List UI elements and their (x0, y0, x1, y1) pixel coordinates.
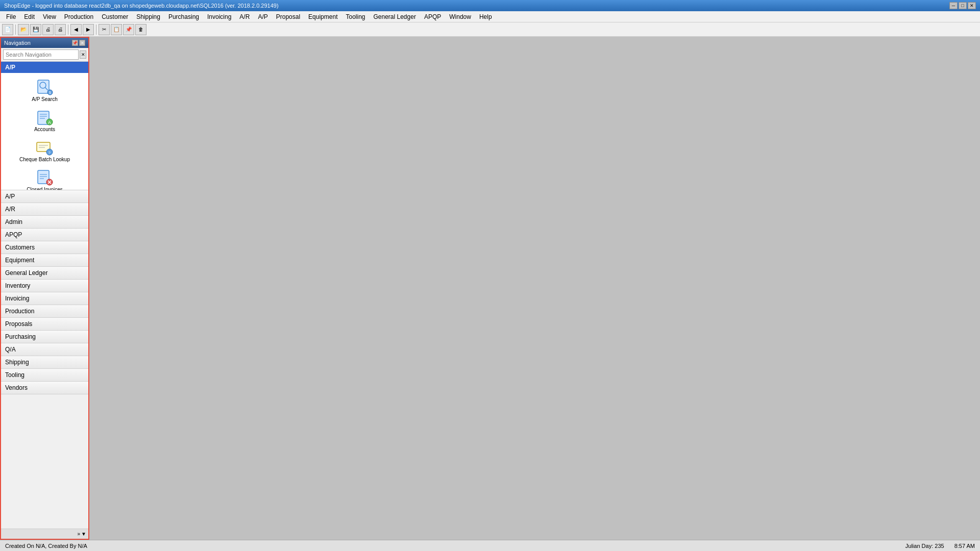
minimize-button[interactable]: ─ (949, 2, 958, 9)
toolbar-new[interactable]: 📄 (2, 24, 13, 35)
status-julian-day: Julian Day: 235 (905, 543, 944, 549)
sidebar-item-purchasing[interactable]: Purchasing (1, 331, 88, 343)
menu-bar: File Edit View Production Customer Shipp… (0, 11, 980, 22)
sidebar-item-shipping[interactable]: Shipping (1, 356, 88, 369)
nav-icon-accounts-label: Accounts (34, 127, 55, 132)
ap-section-header[interactable]: A/P (1, 62, 88, 73)
title-bar-controls: ─ □ ✕ (949, 2, 976, 9)
menu-view[interactable]: View (39, 12, 60, 21)
menu-purchasing[interactable]: Purchasing (164, 12, 203, 21)
menu-customer[interactable]: Customer (97, 12, 132, 21)
sidebar-item-tooling[interactable]: Tooling (1, 369, 88, 382)
toolbar-print[interactable]: 🖨 (42, 24, 54, 35)
nav-close-button[interactable]: ✕ (79, 40, 85, 46)
toolbar-sep-1 (15, 24, 16, 35)
accounts-icon: A (36, 108, 54, 127)
nav-panel-title: Navigation (4, 40, 31, 46)
sidebar-item-ap[interactable]: A/P (1, 190, 88, 203)
nav-panel-header: Navigation 📌 ✕ (1, 38, 88, 48)
maximize-button[interactable]: □ (959, 2, 967, 9)
search-clear-button[interactable]: ✕ (80, 51, 86, 59)
status-time: 8:57 AM (954, 543, 975, 549)
toolbar-forward[interactable]: ▶ (83, 24, 94, 35)
status-right: Julian Day: 235 8:57 AM (905, 543, 975, 549)
ap-search-icon: $ (36, 78, 54, 96)
sidebar-item-equipment[interactable]: Equipment (1, 254, 88, 267)
toolbar-sep-3 (96, 24, 96, 35)
title-bar-left: ShopEdge - logged into database react2db… (4, 3, 279, 9)
nav-icon-cheque-label: Cheque Batch Lookup (19, 157, 70, 162)
sidebar-item-ar[interactable]: A/R (1, 203, 88, 216)
sidebar-item-general-ledger[interactable]: General Ledger (1, 267, 88, 280)
menu-window[interactable]: Window (445, 12, 475, 21)
svg-text:?: ? (48, 151, 51, 155)
menu-file[interactable]: File (2, 12, 20, 21)
toolbar-print2[interactable]: 🖨 (55, 24, 66, 35)
nav-icon-cheque[interactable]: ? Cheque Batch Lookup (1, 135, 88, 165)
main-content (89, 37, 980, 540)
sidebar-item-qa[interactable]: Q/A (1, 343, 88, 356)
nav-header-controls: 📌 ✕ (72, 40, 85, 46)
menu-proposal[interactable]: Proposal (272, 12, 304, 21)
menu-tooling[interactable]: Tooling (341, 12, 369, 21)
nav-icon-accounts[interactable]: A Accounts (1, 105, 88, 135)
menu-ar[interactable]: A/R (235, 12, 254, 21)
menu-shipping[interactable]: Shipping (132, 12, 164, 21)
toolbar-back[interactable]: ◀ (70, 24, 82, 35)
search-input[interactable] (3, 49, 79, 60)
status-created-info: Created On N/A, Created By N/A (5, 543, 87, 549)
toolbar-save[interactable]: 💾 (30, 24, 41, 35)
cheque-icon: ? (36, 138, 54, 157)
title-bar: ShopEdge - logged into database react2db… (0, 0, 980, 11)
menu-general-ledger[interactable]: General Ledger (370, 12, 420, 21)
nav-pin-button[interactable]: 📌 (72, 40, 78, 46)
menu-invoicing[interactable]: Invoicing (203, 12, 235, 21)
ap-icons-container: $ A/P Search A Accounts (1, 73, 88, 190)
ap-section-label: A/P (5, 64, 15, 71)
search-nav-container: ✕ (1, 48, 88, 62)
nav-footer-arrow[interactable]: ▼ (81, 531, 86, 537)
toolbar-copy[interactable]: 📋 (111, 24, 122, 35)
main-layout: Navigation 📌 ✕ ✕ A/P $ (0, 37, 980, 540)
svg-text:$: $ (49, 91, 51, 94)
toolbar-paste[interactable]: 📌 (123, 24, 134, 35)
menu-equipment[interactable]: Equipment (304, 12, 341, 21)
sidebar-item-production[interactable]: Production (1, 305, 88, 318)
toolbar-delete[interactable]: 🗑 (135, 24, 146, 35)
nav-footer: » ▼ (1, 529, 88, 539)
menu-edit[interactable]: Edit (20, 12, 39, 21)
nav-icon-ap-search-label: A/P Search (32, 96, 57, 102)
nav-expand-icon[interactable]: » (78, 531, 81, 537)
toolbar-open[interactable]: 📂 (18, 24, 29, 35)
svg-text:A: A (48, 120, 51, 125)
app-title: ShopEdge - logged into database react2db… (4, 3, 279, 9)
nav-icon-ap-search[interactable]: $ A/P Search (1, 75, 88, 105)
nav-panel: Navigation 📌 ✕ ✕ A/P $ (0, 37, 89, 540)
status-bar: Created On N/A, Created By N/A Julian Da… (0, 540, 980, 551)
nav-list: A/P A/R Admin APQP Customers Equipment G… (1, 190, 88, 529)
sidebar-item-invoicing[interactable]: Invoicing (1, 292, 88, 305)
close-button[interactable]: ✕ (968, 2, 976, 9)
sidebar-item-proposals[interactable]: Proposals (1, 318, 88, 331)
toolbar-sep-2 (68, 24, 68, 35)
menu-apqp[interactable]: APQP (420, 12, 445, 21)
nav-icon-closed-invoices[interactable]: Closed Invoices (1, 165, 88, 190)
closed-invoices-icon (36, 168, 54, 187)
toolbar: 📄 📂 💾 🖨 🖨 ◀ ▶ ✂ 📋 📌 🗑 (0, 22, 980, 37)
toolbar-cut[interactable]: ✂ (99, 24, 110, 35)
menu-production[interactable]: Production (60, 12, 97, 21)
sidebar-item-apqp[interactable]: APQP (1, 229, 88, 241)
sidebar-item-admin[interactable]: Admin (1, 216, 88, 229)
sidebar-item-inventory[interactable]: Inventory (1, 280, 88, 292)
sidebar-item-vendors[interactable]: Vendors (1, 382, 88, 394)
nav-icon-closed-invoices-label: Closed Invoices (27, 187, 63, 190)
menu-ap[interactable]: A/P (254, 12, 272, 21)
menu-help[interactable]: Help (475, 12, 496, 21)
sidebar-item-customers[interactable]: Customers (1, 241, 88, 254)
